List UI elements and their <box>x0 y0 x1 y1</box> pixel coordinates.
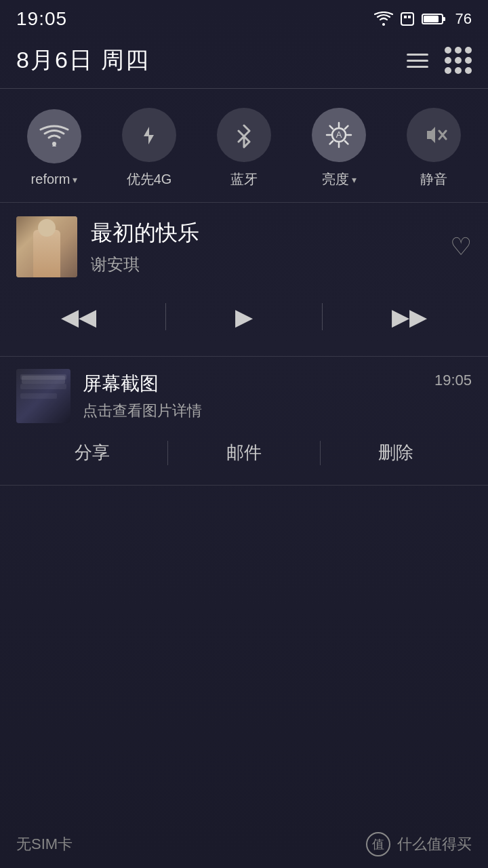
brand-link[interactable]: 值 什么值得买 <box>366 832 472 856</box>
notification-delete-button[interactable]: 删除 <box>321 433 472 473</box>
svg-line-15 <box>345 126 348 129</box>
music-next-button[interactable]: ▶▶ <box>371 298 447 336</box>
music-prev-button[interactable]: ◀◀ <box>41 298 117 336</box>
header-action-icons <box>407 47 472 74</box>
svg-point-0 <box>382 23 385 26</box>
quick-settings-panel: reform ▾ 优先4G 蓝牙 <box>0 89 488 203</box>
qs-data[interactable]: 优先4G <box>115 108 183 189</box>
status-icons: 76 <box>374 10 472 28</box>
brand-text: 什么值得买 <box>397 834 472 854</box>
qs-wifi-circle[interactable] <box>27 109 81 163</box>
qs-silent[interactable]: 静音 <box>400 108 468 189</box>
qs-data-label: 优先4G <box>127 170 172 189</box>
svg-rect-5 <box>443 17 445 21</box>
notification-description: 点击查看图片详情 <box>83 401 422 421</box>
svg-line-16 <box>330 141 333 144</box>
qs-brightness-label: 亮度 ▾ <box>322 170 357 189</box>
notification-actions: 分享 邮件 删除 <box>16 433 472 473</box>
brand-icon: 值 <box>366 832 390 856</box>
controls-divider-2 <box>322 303 323 330</box>
screenshot-notification: 屏幕截图 点击查看图片详情 19:05 分享 邮件 删除 <box>0 357 488 486</box>
battery-text: 76 <box>455 10 472 28</box>
svg-point-7 <box>52 142 56 146</box>
svg-text:A: A <box>336 130 342 140</box>
controls-divider-1 <box>165 303 166 330</box>
qs-brightness-circle[interactable]: A <box>312 108 366 162</box>
notification-time: 19:05 <box>434 372 472 389</box>
status-time: 19:05 <box>16 8 67 30</box>
svg-rect-3 <box>408 16 411 18</box>
qs-brightness[interactable]: A 亮度 ▾ <box>305 108 373 189</box>
qs-silent-label: 静音 <box>420 170 447 189</box>
qs-bluetooth-circle[interactable] <box>217 108 271 162</box>
notification-title: 屏幕截图 <box>83 371 422 397</box>
music-details: 最初的快乐 谢安琪 <box>91 218 436 275</box>
wifi-status-icon <box>374 12 393 26</box>
music-cover-image <box>16 216 77 277</box>
notification-email-button[interactable]: 邮件 <box>168 433 319 473</box>
qs-data-circle[interactable] <box>122 108 176 162</box>
bottom-bar: 无SIM卡 值 什么值得买 <box>0 821 488 868</box>
music-cover <box>16 216 77 277</box>
notification-icon <box>16 369 70 423</box>
status-bar: 19:05 76 <box>0 0 488 35</box>
svg-line-14 <box>345 141 348 144</box>
screenshot-thumbnail <box>16 369 70 423</box>
battery-status-icon <box>422 12 446 26</box>
qs-wifi[interactable]: reform ▾ <box>20 109 88 187</box>
qs-wifi-label: reform ▾ <box>31 172 78 187</box>
svg-rect-2 <box>404 16 407 18</box>
svg-rect-1 <box>401 13 413 25</box>
menu-icon[interactable] <box>407 54 428 68</box>
music-artist: 谢安琪 <box>91 254 436 275</box>
notification-main: 屏幕截图 点击查看图片详情 19:05 <box>16 369 472 423</box>
qs-silent-circle[interactable] <box>407 108 461 162</box>
music-player-card: 最初的快乐 谢安琪 ♡ ◀◀ ▶ ▶▶ <box>0 203 488 357</box>
header-bar: 8月6日 周四 <box>0 35 488 89</box>
music-play-button[interactable]: ▶ <box>215 298 273 336</box>
header-date: 8月6日 周四 <box>16 45 150 76</box>
music-controls: ◀◀ ▶ ▶▶ <box>16 291 472 342</box>
qs-bluetooth[interactable]: 蓝牙 <box>210 108 278 189</box>
notification-share-button[interactable]: 分享 <box>16 433 167 473</box>
svg-rect-6 <box>424 16 439 22</box>
sim-status-icon <box>400 12 415 26</box>
notification-content: 屏幕截图 点击查看图片详情 <box>83 371 422 421</box>
svg-line-13 <box>330 126 333 129</box>
qs-bluetooth-label: 蓝牙 <box>230 170 258 189</box>
sim-status-text: 无SIM卡 <box>16 834 73 854</box>
music-favorite-button[interactable]: ♡ <box>450 233 472 261</box>
music-info: 最初的快乐 谢安琪 ♡ <box>16 216 472 277</box>
music-title: 最初的快乐 <box>91 218 436 248</box>
apps-grid-icon[interactable] <box>445 47 472 74</box>
